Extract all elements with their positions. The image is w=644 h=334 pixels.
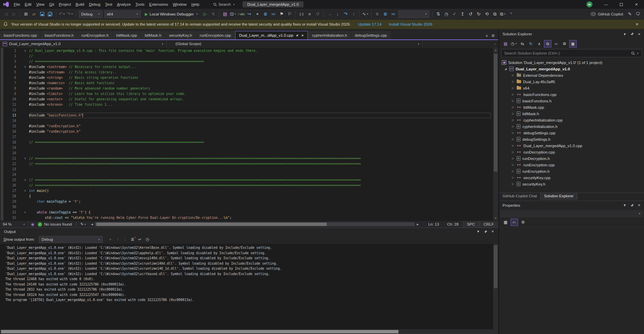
multi-caret-select-icon[interactable]: ⌖ (254, 10, 261, 18)
find-combo[interactable]: ▼ (398, 10, 429, 18)
property-pages-icon[interactable]: ⚙ (519, 219, 527, 226)
code-line-21[interactable]: 21∨// ==================================… (0, 156, 493, 161)
tab-basicfunctions-cpp[interactable]: basicFunctions.cpp (0, 31, 40, 39)
editor-horizontal-scrollbar[interactable] (95, 222, 415, 226)
tab-bitmask-h[interactable]: bitMask.h (141, 31, 165, 39)
switch-views-icon[interactable]: ▤ (502, 40, 509, 47)
local-windows-debugger-button[interactable]: ▶Local Windows Debugger▼ (142, 10, 200, 18)
goto-prev-message-icon[interactable]: ↑ (114, 236, 121, 243)
fold-collapse-icon[interactable]: ∨ (16, 64, 29, 70)
code-line-29[interactable]: 29 char mainToggle = 'Y'; (0, 199, 493, 204)
code-line-14[interactable]: 14 (0, 118, 493, 124)
properties-icon[interactable]: ⚙ (561, 40, 568, 47)
expander-collapsed-icon[interactable]: ▷ (511, 106, 515, 109)
start-without-debugging-icon[interactable]: ▷ (201, 10, 209, 18)
tab-dual-layer-m-dapp-v1-0-cpp[interactable]: Dual_Layer_m...dApp_v1.0.cpp✕ (235, 31, 308, 39)
tree-item-basicfunctions-h[interactable]: ▷hbasicFunctions.h (499, 98, 644, 104)
window-position-icon[interactable]: ▼ (623, 203, 626, 207)
copilot-chat-icon[interactable]: 🗨 (634, 10, 642, 18)
menu-build[interactable]: Build (73, 0, 87, 9)
fold-collapse-icon[interactable]: ∨ (16, 156, 29, 161)
code-line-22[interactable]: 22// ===================================… (0, 161, 493, 167)
code-line-9[interactable]: 9#include <limits> // Learn how to utili… (0, 91, 493, 97)
code-line-4[interactable]: 4∨#include <iostream> // Necessary for c… (0, 64, 493, 70)
history-icon[interactable]: ⟲ (483, 10, 490, 18)
menu-help[interactable]: Help (189, 0, 202, 9)
word-wrap-icon[interactable]: ↵ (136, 236, 143, 243)
fold-collapse-icon[interactable]: ∨ (16, 177, 29, 183)
tree-project-node[interactable]: ◢++Dual_Layer_mergedApp_v1.0 (499, 66, 644, 72)
navigate-forward-icon[interactable]: ▷ (10, 10, 18, 18)
tree-item-external-dependencies[interactable]: ▷External Dependencies (499, 72, 644, 78)
clear-all-icon[interactable]: ≣✕ (129, 236, 136, 243)
comment-selection-icon[interactable]: ≔ (390, 10, 397, 18)
format-document-icon[interactable]: ≣ (382, 10, 389, 18)
expander-collapsed-icon[interactable]: ▷ (511, 163, 515, 166)
show-all-files-icon[interactable]: ⧉ (544, 40, 551, 47)
infobar-close-icon[interactable]: ✕ (634, 22, 641, 27)
tab-bitmask-cpp[interactable]: bitMask.cpp (112, 31, 140, 39)
scroll-left-icon[interactable]: ◀ (91, 223, 93, 226)
tab-debugsettings-cpp[interactable]: debugSettings.cpp (351, 31, 390, 39)
compare-files-icon[interactable]: ⧉ (491, 10, 498, 18)
panel-tab-solution-explorer[interactable]: Solution Explorer (540, 193, 577, 199)
scrollbar-thumb[interactable] (96, 223, 326, 226)
tree-item-x64[interactable]: ▷x64 (499, 85, 644, 91)
line-ending-indicator[interactable]: CRLF (479, 221, 498, 228)
fold-collapse-icon[interactable]: ∨ (16, 188, 29, 194)
menu-test[interactable]: Test (103, 0, 115, 9)
new-project-icon[interactable]: ⊞ (22, 10, 30, 18)
menu-edit[interactable]: Edit (23, 0, 34, 9)
close-panel-icon[interactable]: ✕ (638, 32, 641, 36)
expander-collapsed-icon[interactable]: ▷ (511, 176, 515, 179)
attach-to-process-icon[interactable]: ↯ (210, 10, 217, 18)
schedule-icon[interactable]: ◷ (443, 10, 450, 18)
expander-collapsed-icon[interactable]: ▷ (511, 87, 515, 90)
code-line-31[interactable]: 31∨ while (mainToggle == 'Y') { (0, 210, 493, 215)
output-log[interactable]: 'Dual_Layer_mergedApp_v1.0.exe' (Win32):… (0, 244, 498, 329)
compare-options-icon[interactable]: ⧉▼ (499, 10, 507, 18)
refresh-icon[interactable]: ↻ (527, 40, 535, 47)
account-avatar[interactable]: BI (586, 1, 592, 7)
tab-runencryption-h[interactable]: runEncryption.h (78, 31, 112, 39)
tree-item-bitmask-cpp[interactable]: ▷++bitMask.cpp (499, 104, 644, 110)
send-feedback-icon[interactable]: ❝ (507, 10, 515, 18)
find-message-icon[interactable]: ⌖ (107, 236, 114, 243)
comment-lines-icon[interactable]: ≔ (270, 10, 277, 18)
spell-checker-icon[interactable]: ✓abc (237, 10, 245, 18)
expander-collapsed-icon[interactable]: ▷ (511, 157, 515, 160)
menu-extensions[interactable]: Extensions (147, 0, 170, 9)
tree-item-debugsettings-h[interactable]: ▷hdebugSettings.h (499, 136, 644, 142)
solution-platforms-dropdown[interactable]: x64▼ (104, 10, 141, 18)
fold-collapse-icon[interactable]: ∨ (16, 210, 29, 215)
install-vs2026-link[interactable]: Install Visual Studio 2026 (389, 22, 432, 26)
code-line-23[interactable]: 23 (0, 167, 493, 172)
scope-dropdown[interactable]: (Global Scope) ▼ (167, 40, 423, 47)
pending-changes-filter-icon[interactable]: ◷▼ (510, 40, 518, 47)
tree-solution-node[interactable]: Solution 'Dual_Layer_mergedApp_v1.0' (1 … (499, 59, 644, 66)
code-line-20[interactable]: 20 (0, 151, 493, 156)
tree-item-runencryption-cpp[interactable]: ▷++runEncryption.cpp (499, 162, 644, 168)
code-line-15[interactable]: 15#include "runEncryption.h" (0, 124, 493, 129)
menu-debug[interactable]: Debug (87, 0, 103, 9)
expander-collapsed-icon[interactable]: ▷ (511, 119, 515, 122)
tree-item-cypherinitialization-h[interactable]: ▷hcypherInitialization.h (499, 123, 644, 130)
expander-expanded-icon[interactable]: ◢ (504, 67, 507, 70)
fold-collapse-icon[interactable]: ∨ (16, 48, 29, 54)
bookmark-icon[interactable]: ⚑ (278, 10, 285, 18)
menu-file[interactable]: File (11, 0, 23, 9)
publish-icon[interactable]: ↥ (459, 10, 466, 18)
settings-gear-icon[interactable]: ⚙ (491, 33, 495, 38)
expander-collapsed-icon[interactable]: ▷ (511, 182, 515, 186)
editor-vertical-scrollbar[interactable]: ▲ ▼ (493, 48, 498, 221)
tree-item-securitykey-h[interactable]: ▷hsecurityKey.h (499, 181, 644, 187)
code-line-18[interactable]: 18// ===================================… (0, 140, 493, 145)
expander-collapsed-icon[interactable]: ▷ (511, 144, 515, 147)
expander-collapsed-icon[interactable]: ▷ (511, 112, 515, 115)
output-vertical-scrollbar[interactable] (493, 244, 498, 329)
expander-collapsed-icon[interactable]: ▷ (511, 74, 515, 77)
tree-item-dual-lay-45c3aff5[interactable]: ▷Dual_Lay.45c3aff5 (499, 78, 644, 85)
output-source-dropdown[interactable]: Debug ▼ (39, 236, 103, 243)
step-into-icon[interactable]: ↓ (334, 10, 341, 18)
code-line-11[interactable]: 11#include <chrono> // Time functions 1.… (0, 102, 493, 107)
